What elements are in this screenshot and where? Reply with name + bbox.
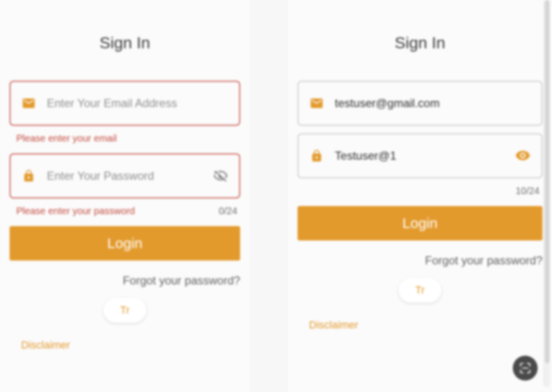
email-error-text: Please enter your email [10, 133, 117, 144]
disclaimer-link[interactable]: Disclaimer [10, 339, 240, 351]
signin-panel-filled: Sign In 10/24 Login Forgot your password… [288, 0, 552, 392]
language-chip[interactable]: Tr [103, 298, 146, 323]
password-field-wrapper [10, 153, 240, 198]
visibility-on-icon[interactable] [515, 148, 531, 164]
login-button[interactable]: Login [298, 206, 542, 240]
mail-icon [21, 96, 36, 111]
forgot-password-link[interactable]: Forgot your password? [10, 274, 240, 287]
password-field-wrapper [298, 133, 542, 178]
lock-icon [309, 148, 324, 163]
password-counter: 0/24 [219, 206, 240, 217]
page-title: Sign In [298, 33, 542, 52]
signin-panel-empty: Sign In Please enter your email Please e… [0, 0, 250, 392]
scrollbar-track[interactable] [543, 0, 550, 387]
forgot-password-link[interactable]: Forgot your password? [298, 254, 542, 267]
email-field-wrapper [10, 81, 240, 126]
screenshot-fab[interactable] [513, 356, 538, 381]
email-input[interactable] [47, 97, 229, 110]
password-counter: 10/24 [516, 185, 542, 196]
lock-icon [21, 168, 36, 184]
language-chip[interactable]: Tr [398, 278, 442, 303]
mail-icon [309, 96, 324, 111]
visibility-off-icon[interactable] [212, 168, 229, 184]
screenshot-icon [519, 362, 531, 374]
login-button[interactable]: Login [10, 226, 240, 261]
password-error-text: Please enter your password [10, 206, 135, 217]
email-input[interactable] [335, 97, 531, 110]
scrollbar-thumb[interactable] [545, 0, 550, 363]
password-input[interactable] [47, 169, 212, 183]
page-title: Sign In [10, 33, 240, 52]
disclaimer-link[interactable]: Disclaimer [298, 319, 542, 331]
email-field-wrapper [298, 81, 542, 126]
password-input[interactable] [335, 149, 515, 163]
